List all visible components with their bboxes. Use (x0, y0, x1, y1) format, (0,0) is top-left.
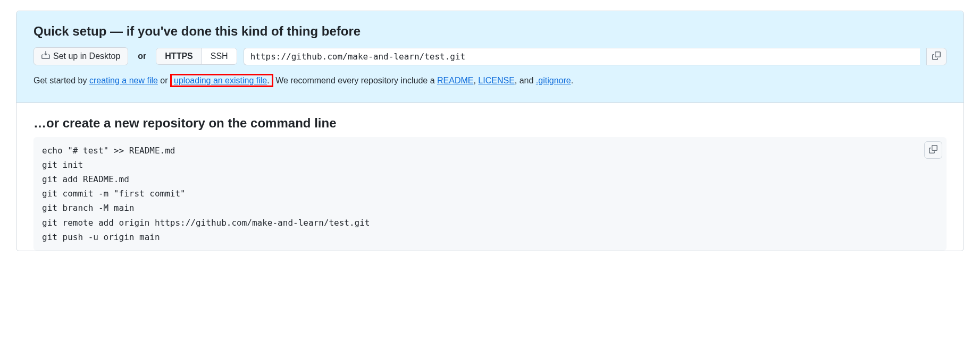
gs-or: or (158, 76, 170, 85)
copy-icon (929, 147, 937, 155)
ssh-tab[interactable]: SSH (202, 48, 237, 64)
desktop-icon (41, 51, 50, 62)
get-started-text: Get started by creating a new file or up… (33, 74, 947, 88)
copy-icon (932, 52, 941, 62)
code-text: echo "# test" >> README.md git init git … (42, 145, 370, 242)
gs-prefix: Get started by (33, 76, 89, 85)
create-new-file-link[interactable]: creating a new file (89, 76, 158, 85)
upload-highlight: uploading an existing file. (170, 74, 273, 87)
protocol-toggle: HTTPS SSH (156, 48, 237, 65)
license-link[interactable]: LICENSE (478, 76, 514, 85)
https-tab[interactable]: HTTPS (156, 48, 202, 64)
gs-sep2: , and (515, 76, 536, 85)
gitignore-link[interactable]: .gitignore (536, 76, 571, 85)
command-line-section: …or create a new repository on the comma… (16, 103, 964, 251)
gs-suffix: . (571, 76, 573, 85)
clone-url-input[interactable] (244, 48, 920, 65)
repo-setup-panel: Quick setup — if you've done this kind o… (16, 11, 964, 251)
upload-existing-file-link[interactable]: uploading an existing file (174, 76, 267, 85)
quick-setup-heading: Quick setup — if you've done this kind o… (33, 24, 947, 39)
gs-period: . (267, 76, 269, 85)
setup-controls-row: Set up in Desktop or HTTPS SSH (33, 47, 947, 65)
readme-link[interactable]: README (437, 76, 473, 85)
quick-setup-section: Quick setup — if you've done this kind o… (16, 11, 964, 103)
or-separator: or (138, 52, 146, 61)
copy-url-button[interactable] (926, 48, 947, 65)
command-line-heading: …or create a new repository on the comma… (33, 116, 947, 131)
copy-code-button[interactable] (924, 141, 942, 159)
setup-desktop-button[interactable]: Set up in Desktop (33, 47, 128, 65)
setup-desktop-label: Set up in Desktop (53, 52, 120, 61)
command-line-code: echo "# test" >> README.md git init git … (33, 137, 947, 251)
gs-sep1: , (473, 76, 478, 85)
gs-middle: We recommend every repository include a (273, 76, 437, 85)
